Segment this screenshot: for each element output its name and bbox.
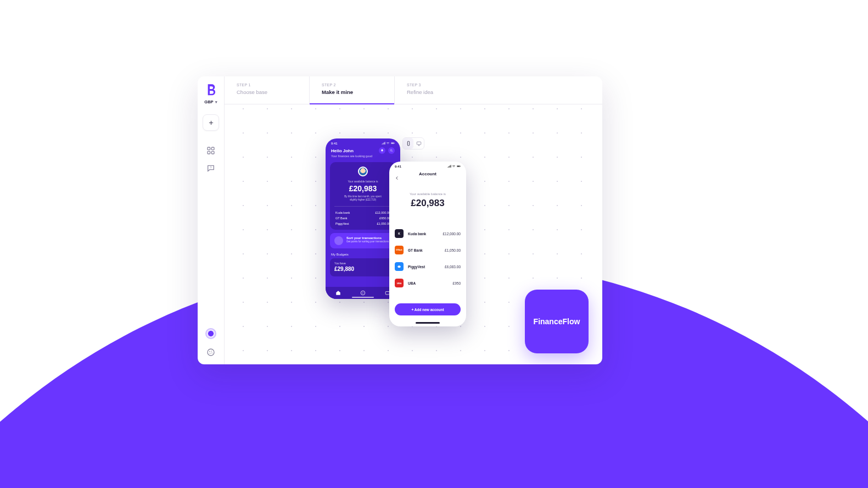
canvas[interactable]: 9:41 Hello John Your finances are lookin… [225,104,602,364]
bank-name: UBA [408,281,453,285]
accounts-list: K Kuda bank £12,000.00 GTBank GT Bank £1… [389,225,466,291]
home-indicator [416,322,440,324]
greeting-subtitle: Your finances are looking good [331,154,395,158]
wifi-icon [386,142,390,145]
svg-point-7 [211,351,212,352]
step-make-it-mine[interactable]: STEP 2 Make it mine [310,76,395,104]
svg-rect-11 [417,142,421,145]
cookie-icon[interactable] [206,348,215,357]
list-item[interactable]: PiggyVest £6,083.00 [395,258,461,275]
svg-point-5 [208,349,214,356]
list-item[interactable]: K Kuda bank £12,000.00 [395,225,461,242]
add-button[interactable] [203,114,219,131]
svg-text:?: ? [210,166,212,169]
add-account-button[interactable]: + Add new account [395,303,461,315]
plus-icon [208,120,214,126]
balance-hint: By this time last month, you spent sligh… [335,195,390,202]
bank-name: Kuda bank [408,232,443,236]
svg-rect-14 [394,143,395,143]
svg-point-8 [210,353,211,354]
app-logo [206,84,215,96]
add-account-label: + Add new account [411,308,444,312]
signal-icon [447,165,451,168]
notifications-icon[interactable] [379,147,385,154]
home-header: Hello John Your finances are looking goo… [326,146,400,159]
currency-selector[interactable]: GBP ▾ [204,99,217,104]
svg-point-9 [211,353,212,354]
step-title: Refine idea [407,89,590,95]
status-time: 9:41 [395,165,401,168]
balance-label: Your available balance is [389,192,466,196]
compass-icon[interactable] [360,290,366,296]
step-label: STEP 2 [322,83,382,87]
left-rail: GBP ▾ ? [198,76,225,364]
svg-rect-10 [407,141,409,146]
phone-mock-account[interactable]: 9:41 Account Your available balance is £… [389,162,466,326]
status-icons [382,142,395,145]
svg-point-23 [399,267,399,267]
avatar-icon [358,167,368,176]
account-row: PiggyVest£1,050.00 [335,222,390,225]
svg-point-6 [209,351,210,352]
list-item[interactable]: UBA UBA £950 [395,275,461,291]
step-label: STEP 1 [237,83,297,87]
signal-icon [382,142,385,145]
step-refine-idea[interactable]: STEP 3 Refine idea [395,76,602,104]
divider [334,206,391,207]
steps-tabs: STEP 1 Choose base STEP 2 Make it mine S… [225,76,602,104]
chevron-down-icon: ▾ [215,100,217,104]
budget-card: You have £29,880 [330,258,396,276]
app-panel: GBP ▾ ? STEP 1 Choose base STEP 2 Make i… [198,76,602,364]
account-row: Kuda bank£12,000.00 [335,211,390,214]
svg-point-15 [390,149,392,151]
search-icon[interactable] [388,147,395,154]
step-title: Choose base [237,89,297,95]
bank-amount: £6,083.00 [445,265,461,269]
balance-amount: £20,983 [335,184,390,193]
budget-value: £29,880 [334,266,391,272]
status-bar: 9:41 [326,138,400,146]
desktop-toggle[interactable] [413,138,424,149]
svg-rect-1 [211,147,214,150]
screen-title: Account [389,171,466,176]
home-indicator [352,297,374,298]
device-toggle [402,137,424,149]
piggy-icon [397,264,401,269]
budgets-label: My Budgets [331,253,395,256]
svg-rect-3 [211,151,214,154]
battery-icon [391,142,395,145]
currency-code: GBP [204,99,213,104]
bank-badge: K [395,229,404,238]
mobile-icon [406,141,411,146]
desktop-icon [416,141,422,146]
account-row: GT Bank£950.00 [335,217,390,220]
svg-rect-0 [208,147,210,150]
wifi-icon [452,165,456,168]
bank-amount: £1,050.00 [445,248,461,252]
pill-subtitle: Get points for sorting your transactions [346,240,389,243]
bank-name: GT Bank [408,248,445,252]
help-chat-icon[interactable]: ? [206,164,215,173]
grid-icon[interactable] [206,146,215,155]
list-item[interactable]: GTBank GT Bank £1,050.00 [395,242,461,258]
sort-icon [334,236,343,245]
balance-card: Your available balance is £20,983 By thi… [330,162,396,230]
battery-icon [457,165,461,168]
bank-badge [395,262,404,271]
theme-color-indicator[interactable] [205,328,216,339]
svg-rect-13 [391,143,394,143]
bank-amount: £12,000.00 [443,232,461,236]
back-button[interactable] [395,173,399,182]
home-icon[interactable] [335,290,341,296]
step-title: Make it mine [322,89,382,95]
bank-amount: £950 [453,281,461,285]
balance-amount: £20,983 [389,198,466,209]
step-label: STEP 3 [407,83,590,87]
budget-title: You have [334,262,391,265]
sort-transactions-card[interactable]: Sort your transactions Get points for so… [330,233,396,248]
mobile-toggle[interactable] [403,138,413,149]
brand-chip[interactable]: FinanceFlow [525,290,589,353]
svg-rect-21 [460,166,461,167]
svg-rect-20 [457,166,460,167]
step-choose-base[interactable]: STEP 1 Choose base [225,76,310,104]
